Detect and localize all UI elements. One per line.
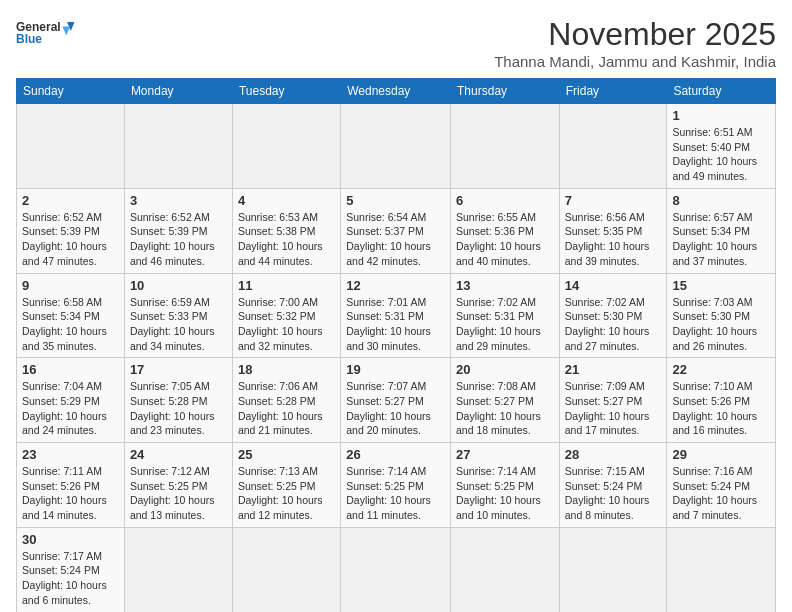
day-info: Sunrise: 6:52 AM Sunset: 5:39 PM Dayligh… — [22, 210, 119, 269]
table-row: 2 Sunrise: 6:52 AM Sunset: 5:39 PM Dayli… — [17, 188, 125, 273]
day-info: Sunrise: 7:12 AM Sunset: 5:25 PM Dayligh… — [130, 464, 227, 523]
day-info: Sunrise: 6:58 AM Sunset: 5:34 PM Dayligh… — [22, 295, 119, 354]
table-row — [341, 104, 451, 189]
table-row — [667, 527, 776, 612]
day-number: 10 — [130, 278, 227, 293]
day-info: Sunrise: 7:07 AM Sunset: 5:27 PM Dayligh… — [346, 379, 445, 438]
day-info: Sunrise: 7:06 AM Sunset: 5:28 PM Dayligh… — [238, 379, 335, 438]
day-number: 8 — [672, 193, 770, 208]
header-wednesday: Wednesday — [341, 79, 451, 104]
day-info: Sunrise: 7:08 AM Sunset: 5:27 PM Dayligh… — [456, 379, 554, 438]
header-sunday: Sunday — [17, 79, 125, 104]
day-number: 28 — [565, 447, 662, 462]
day-number: 14 — [565, 278, 662, 293]
header-friday: Friday — [559, 79, 667, 104]
svg-text:Blue: Blue — [16, 32, 42, 46]
table-row: 18 Sunrise: 7:06 AM Sunset: 5:28 PM Dayl… — [232, 358, 340, 443]
day-info: Sunrise: 7:01 AM Sunset: 5:31 PM Dayligh… — [346, 295, 445, 354]
day-info: Sunrise: 7:02 AM Sunset: 5:30 PM Dayligh… — [565, 295, 662, 354]
table-row: 13 Sunrise: 7:02 AM Sunset: 5:31 PM Dayl… — [451, 273, 560, 358]
table-row: 28 Sunrise: 7:15 AM Sunset: 5:24 PM Dayl… — [559, 443, 667, 528]
table-row: 27 Sunrise: 7:14 AM Sunset: 5:25 PM Dayl… — [451, 443, 560, 528]
calendar-row: 23 Sunrise: 7:11 AM Sunset: 5:26 PM Dayl… — [17, 443, 776, 528]
day-number: 29 — [672, 447, 770, 462]
day-info: Sunrise: 7:17 AM Sunset: 5:24 PM Dayligh… — [22, 549, 119, 608]
day-number: 13 — [456, 278, 554, 293]
day-number: 21 — [565, 362, 662, 377]
calendar-row: 16 Sunrise: 7:04 AM Sunset: 5:29 PM Dayl… — [17, 358, 776, 443]
day-number: 1 — [672, 108, 770, 123]
logo-svg: General Blue — [16, 16, 76, 46]
day-info: Sunrise: 7:00 AM Sunset: 5:32 PM Dayligh… — [238, 295, 335, 354]
calendar-row: 2 Sunrise: 6:52 AM Sunset: 5:39 PM Dayli… — [17, 188, 776, 273]
day-number: 22 — [672, 362, 770, 377]
day-number: 12 — [346, 278, 445, 293]
svg-marker-3 — [63, 27, 71, 36]
day-info: Sunrise: 7:02 AM Sunset: 5:31 PM Dayligh… — [456, 295, 554, 354]
calendar-row: 30 Sunrise: 7:17 AM Sunset: 5:24 PM Dayl… — [17, 527, 776, 612]
day-info: Sunrise: 7:05 AM Sunset: 5:28 PM Dayligh… — [130, 379, 227, 438]
table-row: 17 Sunrise: 7:05 AM Sunset: 5:28 PM Dayl… — [124, 358, 232, 443]
day-info: Sunrise: 7:10 AM Sunset: 5:26 PM Dayligh… — [672, 379, 770, 438]
day-info: Sunrise: 7:16 AM Sunset: 5:24 PM Dayligh… — [672, 464, 770, 523]
day-info: Sunrise: 7:04 AM Sunset: 5:29 PM Dayligh… — [22, 379, 119, 438]
table-row — [451, 104, 560, 189]
day-number: 25 — [238, 447, 335, 462]
table-row: 1 Sunrise: 6:51 AM Sunset: 5:40 PM Dayli… — [667, 104, 776, 189]
day-number: 3 — [130, 193, 227, 208]
title-area: November 2025 Thanna Mandi, Jammu and Ka… — [494, 16, 776, 70]
day-info: Sunrise: 7:09 AM Sunset: 5:27 PM Dayligh… — [565, 379, 662, 438]
day-number: 4 — [238, 193, 335, 208]
page-header: General Blue November 2025 Thanna Mandi,… — [16, 16, 776, 70]
day-number: 2 — [22, 193, 119, 208]
table-row: 12 Sunrise: 7:01 AM Sunset: 5:31 PM Dayl… — [341, 273, 451, 358]
table-row: 15 Sunrise: 7:03 AM Sunset: 5:30 PM Dayl… — [667, 273, 776, 358]
day-info: Sunrise: 6:52 AM Sunset: 5:39 PM Dayligh… — [130, 210, 227, 269]
weekday-header-row: Sunday Monday Tuesday Wednesday Thursday… — [17, 79, 776, 104]
day-info: Sunrise: 6:59 AM Sunset: 5:33 PM Dayligh… — [130, 295, 227, 354]
day-number: 6 — [456, 193, 554, 208]
table-row: 11 Sunrise: 7:00 AM Sunset: 5:32 PM Dayl… — [232, 273, 340, 358]
table-row: 16 Sunrise: 7:04 AM Sunset: 5:29 PM Dayl… — [17, 358, 125, 443]
table-row: 5 Sunrise: 6:54 AM Sunset: 5:37 PM Dayli… — [341, 188, 451, 273]
day-number: 27 — [456, 447, 554, 462]
table-row: 6 Sunrise: 6:55 AM Sunset: 5:36 PM Dayli… — [451, 188, 560, 273]
table-row — [559, 527, 667, 612]
table-row — [124, 527, 232, 612]
day-number: 16 — [22, 362, 119, 377]
day-number: 30 — [22, 532, 119, 547]
day-info: Sunrise: 6:51 AM Sunset: 5:40 PM Dayligh… — [672, 125, 770, 184]
table-row: 8 Sunrise: 6:57 AM Sunset: 5:34 PM Dayli… — [667, 188, 776, 273]
day-number: 23 — [22, 447, 119, 462]
day-number: 7 — [565, 193, 662, 208]
table-row: 29 Sunrise: 7:16 AM Sunset: 5:24 PM Dayl… — [667, 443, 776, 528]
table-row: 24 Sunrise: 7:12 AM Sunset: 5:25 PM Dayl… — [124, 443, 232, 528]
calendar-row: 1 Sunrise: 6:51 AM Sunset: 5:40 PM Dayli… — [17, 104, 776, 189]
day-info: Sunrise: 7:13 AM Sunset: 5:25 PM Dayligh… — [238, 464, 335, 523]
day-number: 15 — [672, 278, 770, 293]
day-info: Sunrise: 7:14 AM Sunset: 5:25 PM Dayligh… — [346, 464, 445, 523]
table-row: 20 Sunrise: 7:08 AM Sunset: 5:27 PM Dayl… — [451, 358, 560, 443]
day-number: 26 — [346, 447, 445, 462]
day-info: Sunrise: 7:15 AM Sunset: 5:24 PM Dayligh… — [565, 464, 662, 523]
header-monday: Monday — [124, 79, 232, 104]
day-number: 17 — [130, 362, 227, 377]
table-row: 30 Sunrise: 7:17 AM Sunset: 5:24 PM Dayl… — [17, 527, 125, 612]
table-row: 3 Sunrise: 6:52 AM Sunset: 5:39 PM Dayli… — [124, 188, 232, 273]
table-row — [232, 527, 340, 612]
table-row: 14 Sunrise: 7:02 AM Sunset: 5:30 PM Dayl… — [559, 273, 667, 358]
table-row: 25 Sunrise: 7:13 AM Sunset: 5:25 PM Dayl… — [232, 443, 340, 528]
calendar-table: Sunday Monday Tuesday Wednesday Thursday… — [16, 78, 776, 612]
day-info: Sunrise: 7:03 AM Sunset: 5:30 PM Dayligh… — [672, 295, 770, 354]
table-row — [124, 104, 232, 189]
day-info: Sunrise: 6:55 AM Sunset: 5:36 PM Dayligh… — [456, 210, 554, 269]
table-row — [17, 104, 125, 189]
table-row: 26 Sunrise: 7:14 AM Sunset: 5:25 PM Dayl… — [341, 443, 451, 528]
header-saturday: Saturday — [667, 79, 776, 104]
day-number: 20 — [456, 362, 554, 377]
calendar-row: 9 Sunrise: 6:58 AM Sunset: 5:34 PM Dayli… — [17, 273, 776, 358]
table-row — [559, 104, 667, 189]
day-number: 18 — [238, 362, 335, 377]
table-row: 4 Sunrise: 6:53 AM Sunset: 5:38 PM Dayli… — [232, 188, 340, 273]
logo: General Blue — [16, 16, 76, 46]
